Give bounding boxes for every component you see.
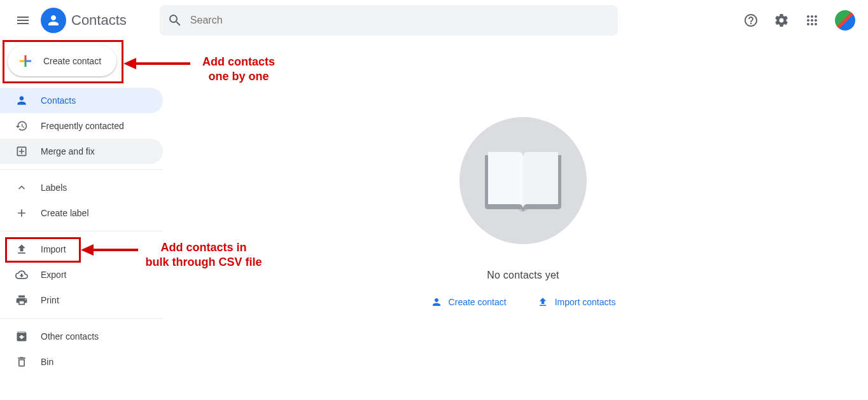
sidebar-item-label: Merge and fix — [41, 146, 95, 156]
sidebar-item-other-contacts[interactable]: Other contacts — [0, 324, 163, 349]
import-contacts-link-label: Import contacts — [555, 297, 616, 307]
sidebar-item-frequently-contacted[interactable]: Frequently contacted — [0, 113, 163, 139]
main-content: No contacts yet Create contact Import co… — [178, 41, 868, 400]
search-input[interactable] — [190, 15, 618, 26]
history-icon — [15, 120, 28, 132]
header-right — [738, 8, 855, 33]
sidebar-item-contacts[interactable]: Contacts — [0, 88, 163, 113]
sidebar-divider — [0, 169, 163, 170]
trash-icon — [15, 355, 28, 368]
svg-rect-3 — [26, 60, 31, 62]
empty-book-icon — [459, 117, 587, 244]
person-icon — [15, 94, 28, 107]
help-button[interactable] — [738, 8, 764, 33]
sidebar-item-label: Other contacts — [41, 331, 99, 341]
sidebar-item-labels[interactable]: Labels — [0, 175, 163, 200]
archive-icon — [15, 330, 28, 343]
print-icon — [15, 294, 28, 307]
gear-icon — [774, 13, 789, 28]
import-contacts-link[interactable]: Import contacts — [537, 296, 616, 308]
sidebar-item-label: Print — [41, 295, 59, 305]
help-icon — [743, 13, 759, 28]
sidebar-item-import[interactable]: Import — [0, 237, 163, 262]
create-contact-link[interactable]: Create contact — [431, 296, 507, 308]
empty-state: No contacts yet Create contact Import co… — [178, 117, 868, 308]
app-logo[interactable]: Contacts — [41, 8, 127, 33]
sidebar-divider — [0, 231, 163, 231]
empty-state-text: No contacts yet — [487, 270, 559, 281]
sidebar-item-label: Create label — [41, 208, 89, 218]
empty-state-actions: Create contact Import contacts — [431, 296, 616, 308]
person-add-icon — [431, 296, 442, 308]
svg-rect-2 — [20, 60, 25, 62]
main-menu-button[interactable] — [8, 5, 38, 36]
sidebar-item-print[interactable]: Print — [0, 287, 163, 313]
sidebar-item-label: Bin — [41, 357, 53, 367]
contacts-logo-icon — [41, 8, 66, 33]
apps-button[interactable] — [799, 8, 825, 33]
account-avatar[interactable] — [835, 10, 855, 31]
plus-multicolor-icon — [18, 53, 33, 69]
create-contact-button[interactable]: Create contact — [8, 46, 116, 76]
svg-rect-4 — [25, 60, 27, 62]
upload-icon — [537, 296, 549, 308]
sidebar-item-create-label[interactable]: Create label — [0, 200, 163, 226]
sidebar-item-label: Export — [41, 270, 66, 280]
cloud-download-icon — [15, 268, 28, 281]
sidebar-divider — [0, 318, 163, 319]
sidebar-item-merge-and-fix[interactable]: Merge and fix — [0, 139, 163, 164]
sidebar-item-label: Labels — [41, 183, 67, 193]
sidebar-item-label: Frequently contacted — [41, 121, 124, 131]
search-icon — [160, 13, 190, 28]
sidebar-item-export[interactable]: Export — [0, 262, 163, 287]
search-box[interactable] — [160, 5, 618, 36]
settings-button[interactable] — [769, 8, 794, 33]
svg-rect-0 — [25, 55, 27, 60]
plus-icon — [15, 207, 28, 219]
chevron-up-icon — [15, 181, 28, 194]
apps-grid-icon — [804, 13, 820, 28]
header-bar: Contacts — [0, 0, 868, 41]
sidebar-item-bin[interactable]: Bin — [0, 349, 163, 375]
sidebar-item-label: Contacts — [41, 95, 76, 106]
merge-icon — [15, 145, 28, 158]
create-contact-label: Create contact — [43, 56, 101, 66]
create-contact-link-label: Create contact — [449, 297, 507, 307]
upload-icon — [15, 243, 28, 256]
sidebar: Create contact Contacts Frequently conta… — [0, 41, 165, 375]
hamburger-icon — [15, 13, 31, 28]
svg-rect-1 — [25, 62, 27, 67]
app-title: Contacts — [71, 12, 127, 29]
sidebar-item-label: Import — [41, 244, 66, 254]
